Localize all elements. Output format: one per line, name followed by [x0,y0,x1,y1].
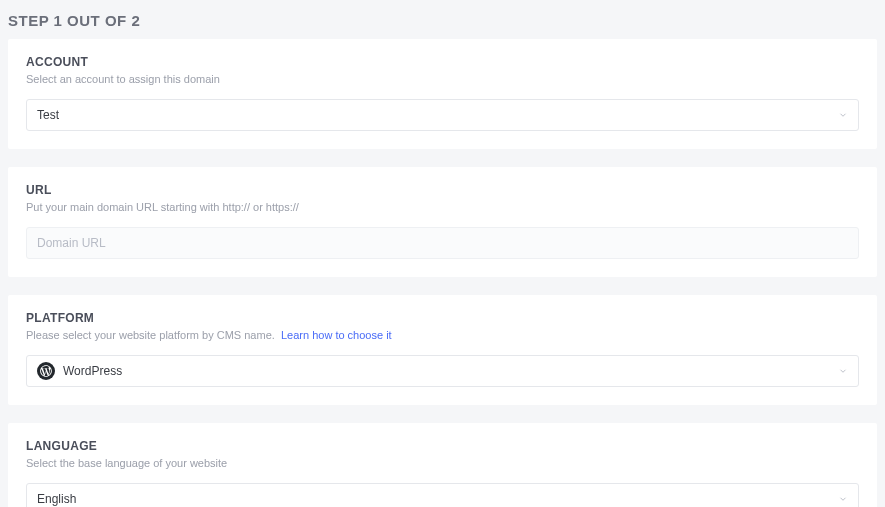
platform-select[interactable]: WordPress [26,355,859,387]
url-card: URL Put your main domain URL starting wi… [8,167,877,277]
page-title: STEP 1 OUT OF 2 [0,0,885,39]
wordpress-icon [37,362,55,380]
url-section-desc: Put your main domain URL starting with h… [26,201,859,213]
account-card: ACCOUNT Select an account to assign this… [8,39,877,149]
platform-desc-text: Please select your website platform by C… [26,329,275,341]
platform-section-title: PLATFORM [26,311,859,325]
language-section-title: LANGUAGE [26,439,859,453]
platform-section-desc: Please select your website platform by C… [26,329,859,341]
url-input[interactable] [26,227,859,259]
url-section-title: URL [26,183,859,197]
account-section-desc: Select an account to assign this domain [26,73,859,85]
chevron-down-icon [838,366,848,376]
platform-learn-link[interactable]: Learn how to choose it [281,329,392,341]
language-card: LANGUAGE Select the base language of you… [8,423,877,507]
account-section-title: ACCOUNT [26,55,859,69]
platform-card: PLATFORM Please select your website plat… [8,295,877,405]
account-select-value: Test [37,108,838,122]
chevron-down-icon [838,110,848,120]
platform-select-value: WordPress [63,364,838,378]
language-section-desc: Select the base language of your website [26,457,859,469]
language-select[interactable]: English [26,483,859,507]
chevron-down-icon [838,494,848,504]
language-select-value: English [37,492,838,506]
account-select[interactable]: Test [26,99,859,131]
